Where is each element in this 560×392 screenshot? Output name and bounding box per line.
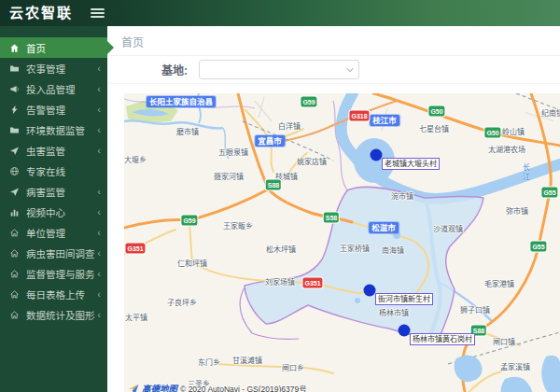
breadcrumb-item-home[interactable]: 首页 [121,36,144,49]
map-region-label: 松滋市 [369,222,399,233]
hamburger-icon[interactable] [91,8,105,18]
sidebar-item-label: 病虫害田间调查数据 [26,246,95,260]
sidebar-item-label: 虫害监管 [26,144,95,158]
road-badge-g50: G50 [484,128,500,138]
map-town-label: 子良坪乡 [167,297,197,307]
chevron-left-icon: ‹ [97,310,101,319]
home-icon [9,43,20,53]
sidebar-item-field-survey-data[interactable]: 病虫害田间调查数据‹ [0,243,107,263]
road-badge-s88: S88 [266,180,281,190]
sidebar-item-label: 每日表格上传 [26,287,95,301]
map-marker-dot[interactable] [371,149,383,161]
chevron-left-icon: ‹ [97,248,101,258]
map-town-label: 太平镇 [125,312,147,322]
map-town-label: 王家畈乡 [223,220,253,231]
map-region-label: 宜昌市 [255,135,285,147]
sidebar-item-home[interactable]: 首页 [0,37,107,58]
chevron-left-icon: ‹ [97,105,101,114]
map-marker-dot[interactable] [399,325,411,337]
map-town-label: 王家桥镇 [340,243,370,253]
sidebar-item-video-center[interactable]: 视频中心‹ [0,202,107,222]
map-town-label: 七星台镇 [419,123,449,133]
map-town-label: 闸口乡 [282,362,304,372]
chevron-left-icon: ‹ [97,187,101,196]
chevron-left-icon: ‹ [97,228,101,237]
app-header: 云农智联 [0,0,560,26]
map-town-label: 狮子口镇 [460,304,490,315]
sidebar-item-env-data-supervision[interactable]: 环境数据监管‹ [0,119,107,140]
sidebar-item-supervision-service-system[interactable]: 监督管理与服务系统‹ [0,263,107,284]
sidebar-item-data-stats-graph[interactable]: 数据统计及图形分析‹ [0,304,107,325]
map-town-label: 甘溪滩镇 [232,355,262,365]
map-town-label: 毛家港镇 [484,278,514,288]
main-content: 首页 基地: [107,26,560,392]
road-badge-g50: G50 [428,106,444,117]
road-badge-g351: G351 [125,244,145,254]
sidebar-item-expert-online[interactable]: 专家在线 [0,161,107,181]
breadcrumb: 首页 [107,26,560,56]
base-select[interactable] [199,60,359,79]
sidebar-item-label: 首页 [26,41,101,55]
map-town-label: 沙道观镇 [433,223,463,233]
map-town-label: 南海镇 [382,245,404,255]
map-town-label: 孟家溪镇 [500,361,530,371]
globe-icon [9,166,20,176]
map-marker-label[interactable]: 老城镇大堰头村 [382,158,440,170]
map-town-label: 白洋镇 [278,120,301,131]
chevron-left-icon: ‹ [97,269,101,278]
road-badge-s58: S58 [324,213,339,223]
sidebar-item-label: 视频中心 [26,205,95,219]
sidebar-item-pest-supervision[interactable]: 虫害监管‹ [0,140,107,161]
base-filter-row: 基地: [107,56,560,84]
map-town-label: 闸口镇 [493,336,515,346]
road-badge-g318: G318 [349,111,369,121]
map-overlays: 磨市镇大堰乡五眼泉镇聂家河镇白洋镇姚家店镇枝城镇七星台镇八岭山镇纪南镇太湖港农场… [124,93,560,392]
map-marker-label[interactable]: 街河市镇新生村 [375,293,433,305]
amap-logo-text: 高德地图 [142,382,177,392]
chevron-left-icon: ‹ [97,289,101,299]
road-badge-g55: G55 [541,188,557,198]
sidebar-item-disease-supervision[interactable]: 病害监管‹ [0,181,107,202]
sidebar-item-label: 专家在线 [26,164,101,178]
sidebar-item-farming-mgmt[interactable]: 农事管理‹ [0,58,107,78]
app-title: 云农智联 [9,0,73,26]
map-region-label: 长阳土家族自治县 [147,96,216,107]
map-canvas[interactable]: 磨市镇大堰乡五眼泉镇聂家河镇白洋镇姚家店镇枝城镇七星台镇八岭山镇纪南镇太湖港农场… [124,93,560,392]
map-town-label: 太湖港农场 [488,144,525,154]
sidebar-item-daily-form-upload[interactable]: 每日表格上传‹ [0,284,107,304]
home-outline-icon [9,248,20,259]
sidebar-item-label: 投入品管理 [26,82,95,96]
map-town-label: 弥市镇 [506,205,528,216]
sidebar-item-label: 告警管理 [26,103,95,117]
send-icon [9,187,20,197]
map-town-label: 磨市镇 [176,126,199,136]
map-town-label: 涴市镇 [391,190,413,201]
base-select-label: 基地: [161,62,188,77]
sidebar-item-input-goods-mgmt[interactable]: 投入品管理‹ [0,78,107,99]
chevron-left-icon: ‹ [97,125,101,134]
map-town-label: 姚家店镇 [297,156,327,166]
sidebar-item-unit-mgmt[interactable]: 单位管理‹ [0,222,107,243]
bolt-icon [9,105,20,115]
sidebar-item-label: 数据统计及图形分析 [26,308,95,322]
map-marker-label[interactable]: 杨林市镇黄石岗村 [410,333,475,345]
sidebar-menu: 首页农事管理‹投入品管理‹告警管理‹环境数据监管‹虫害监管‹专家在线病害监管‹视… [0,37,107,325]
folder-icon [9,125,20,135]
map-town-label: 刘家场镇 [265,276,295,287]
chart-icon [9,207,20,217]
home-outline-icon [9,289,20,300]
folder-icon [9,63,20,74]
map-marker-dot[interactable] [364,285,376,297]
chevron-left-icon: ‹ [97,146,101,155]
map-town-label: 东门乡 [198,357,220,367]
sidebar-item-label: 环境数据监管 [26,123,95,137]
river-label: 长江 [521,163,531,182]
map-town-label: 杨林市镇 [379,307,409,317]
home-outline-icon [9,310,20,320]
home-outline-icon [9,269,20,279]
chevron-left-icon: ‹ [97,63,101,73]
road-badge-g351: G351 [302,278,322,288]
sidebar-item-alarm-mgmt[interactable]: 告警管理‹ [0,99,107,119]
home-outline-icon [9,228,20,238]
map-town-label: 仁和坪镇 [177,258,207,268]
